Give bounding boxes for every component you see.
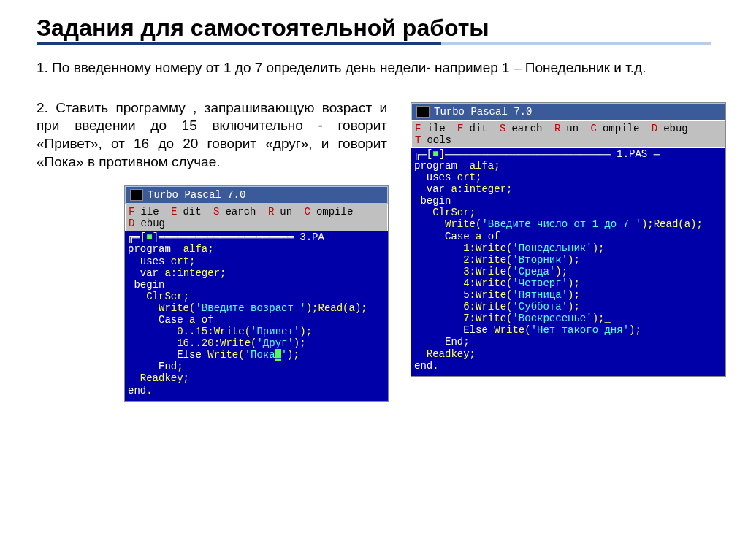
title-underline (37, 42, 711, 45)
menu-edit[interactable]: Edit (457, 123, 488, 134)
menu-debug[interactable]: Debug (129, 218, 165, 229)
window-title-1: Turbo Pascal 7.0 (434, 106, 532, 118)
menu-compile[interactable]: Compile (591, 123, 640, 134)
menu-debug[interactable]: Debug (652, 123, 688, 134)
editor-frame-1: ╔═[■]═══════════════════════════ 1.PAS ═… (411, 148, 725, 376)
window-icon (416, 106, 430, 118)
menubar-1: File Edit Search Run Compile Debug Tools (411, 120, 725, 148)
menu-compile[interactable]: Compile (305, 206, 354, 218)
window-title-2: Turbo Pascal 7.0 (148, 189, 245, 201)
pascal-window-1: Turbo Pascal 7.0 File Edit Search Run Co… (411, 102, 726, 377)
menu-search[interactable]: Search (500, 123, 542, 134)
menu-tools[interactable]: Tools (415, 134, 451, 146)
task2-text: 2. Ставить программу , запрашивающую воз… (37, 99, 387, 172)
menu-run[interactable]: Run (268, 206, 292, 218)
menu-file[interactable]: File (129, 206, 159, 218)
menu-edit[interactable]: Edit (171, 206, 202, 218)
pascal-window-2: Turbo Pascal 7.0 File Edit Search Run Co… (124, 185, 389, 401)
menubar-2: File Edit Search Run Compile Debug (125, 204, 388, 231)
menu-search[interactable]: Search (213, 206, 256, 218)
menu-run[interactable]: Run (554, 123, 579, 134)
window-icon (130, 189, 143, 201)
titlebar-2: Turbo Pascal 7.0 (125, 186, 388, 204)
menu-file[interactable]: File (415, 123, 446, 134)
page-title: Задания для самостоятельной работы (37, 15, 711, 42)
task1-text: 1. По введенному номеру от 1 до 7 опреде… (37, 59, 711, 77)
titlebar-1: Turbo Pascal 7.0 (411, 103, 725, 120)
editor-frame-2: ╔═[■]══════════════════════ 3.PA program… (125, 231, 388, 400)
